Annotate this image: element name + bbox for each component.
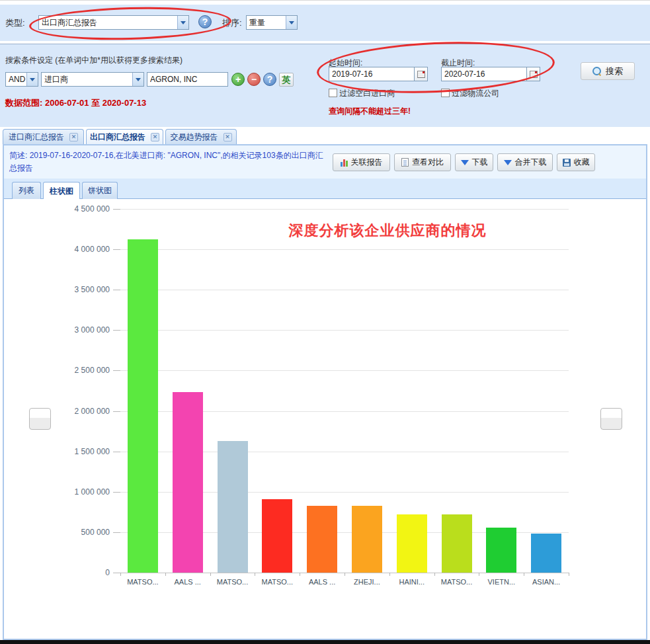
search-field-value: 进口商	[42, 74, 132, 85]
x-axis-label: MATSO...	[210, 578, 255, 586]
y-axis-tick-label: 1 000 000	[24, 487, 110, 497]
end-date-field	[441, 67, 540, 81]
subtab-list-view[interactable]: 列表	[12, 182, 41, 199]
close-icon[interactable]: ✕	[69, 133, 78, 141]
x-axis-label: ZHEJI...	[345, 578, 389, 586]
bar-3[interactable]	[218, 441, 248, 573]
x-axis-label: VIETN...	[479, 578, 524, 586]
start-date-field	[329, 67, 428, 81]
calendar-icon[interactable]	[415, 67, 428, 81]
download-button[interactable]: 下载	[455, 153, 493, 171]
remove-condition-icon[interactable]: −	[247, 73, 261, 86]
report-summary: 简述: 2019-07-16-2020-07-16,在北美进口商: "AGRON…	[9, 149, 328, 175]
y-axis-tick-label: 4 000 000	[24, 245, 110, 254]
gridline	[120, 249, 569, 250]
bar-4[interactable]	[262, 499, 292, 573]
subtab-label: 饼状图	[88, 185, 112, 196]
bar-9[interactable]	[486, 528, 516, 573]
gridline	[120, 370, 569, 371]
help-icon[interactable]: ?	[263, 73, 276, 86]
sort-select-value: 重量	[247, 17, 286, 28]
tab-exporter-summary-report[interactable]: 出口商汇总报告 ✕	[86, 129, 163, 145]
related-reports-label: 关联报告	[351, 157, 383, 168]
gridline	[120, 209, 569, 210]
chart-plot-area: MATSO...AALS ...MATSO...MATSO...AALS ...…	[120, 209, 569, 573]
type-toolbar: 类型: 出口商汇总报告 ? 排序: 重量	[0, 5, 650, 41]
calendar-icon[interactable]	[527, 67, 540, 81]
x-axis-tick	[210, 573, 211, 576]
end-date-input[interactable]	[441, 67, 527, 81]
related-reports-button[interactable]: 关联报告	[333, 153, 390, 171]
sort-label: 排序:	[222, 17, 242, 29]
scroll-left-button[interactable]	[29, 408, 51, 430]
merge-download-button[interactable]: 合并下载	[497, 153, 553, 171]
tab-label: 交易趋势报告	[171, 132, 218, 143]
document-icon	[401, 158, 409, 167]
search-button-label: 搜索	[606, 65, 623, 77]
bar-1[interactable]	[128, 239, 158, 573]
close-icon[interactable]: ✕	[151, 133, 159, 141]
tab-trade-trend-report[interactable]: 交易趋势报告 ✕	[165, 129, 237, 144]
boolean-operator-select[interactable]: AND	[5, 72, 38, 87]
bar-7[interactable]	[397, 514, 427, 573]
search-settings-title: 搜索条件设定 (在单词中加*用以获得更多搜索结果)	[5, 55, 183, 66]
english-toggle-button[interactable]: 英	[279, 73, 294, 87]
bar-2[interactable]	[173, 392, 203, 573]
filter-blank-importer-label: 过滤空白进口商	[339, 89, 395, 98]
boolean-operator-value: AND	[6, 75, 26, 84]
add-condition-icon[interactable]: +	[231, 73, 245, 86]
bar-chart-icon	[341, 159, 348, 167]
x-axis-label: MATSO...	[434, 578, 479, 586]
start-date-input[interactable]	[329, 67, 415, 81]
x-axis-label: MATSO...	[120, 578, 165, 586]
x-axis-label: AALS ...	[165, 578, 210, 586]
x-axis-label: AALS ...	[300, 578, 345, 586]
bar-10[interactable]	[531, 534, 561, 573]
x-axis-tick	[479, 573, 479, 576]
scroll-right-button[interactable]	[600, 408, 622, 430]
bar-8[interactable]	[442, 514, 472, 573]
bottom-edge	[0, 640, 650, 644]
bar-5[interactable]	[307, 506, 337, 573]
view-comparison-button[interactable]: 查看对比	[394, 153, 451, 171]
x-axis-tick	[300, 573, 300, 576]
filter-blank-importer-option: 过滤空白进口商	[329, 88, 395, 99]
date-range-warning: 查询间隔不能超过三年!	[329, 106, 411, 117]
x-axis-label: HAINI...	[389, 578, 434, 586]
search-field-select[interactable]: 进口商	[41, 72, 144, 87]
x-axis-tick	[569, 573, 569, 576]
chevron-down-icon[interactable]	[177, 16, 188, 29]
keyword-input[interactable]	[147, 72, 228, 87]
gridline	[120, 290, 569, 290]
type-select[interactable]: 出口商汇总报告	[38, 15, 189, 30]
subtab-bar-chart-view[interactable]: 柱状图	[43, 182, 80, 200]
bar-6[interactable]	[352, 506, 382, 573]
save-disk-icon	[563, 159, 571, 167]
help-icon[interactable]: ?	[198, 15, 212, 28]
favorite-label: 收藏	[574, 157, 590, 168]
y-axis-tick-label: 4 500 000	[24, 204, 110, 214]
download-arrow-icon	[461, 160, 469, 165]
x-axis-tick	[120, 573, 121, 576]
x-axis-tick	[255, 573, 255, 576]
subtab-pie-chart-view[interactable]: 饼状图	[82, 182, 118, 199]
filter-blank-importer-checkbox[interactable]	[329, 89, 337, 97]
data-range-text: 数据范围: 2006-07-01 至 2020-07-13	[5, 97, 146, 109]
sort-select[interactable]: 重量	[246, 15, 298, 30]
gridline	[120, 330, 569, 331]
favorite-button[interactable]: 收藏	[557, 153, 595, 171]
trade-report-app: 类型: 出口商汇总报告 ? 排序: 重量 搜索条件设定 (在单词中加*用以获得更…	[0, 0, 650, 644]
filter-logistics-checkbox[interactable]	[441, 89, 450, 97]
bar-chart: 深度分析该企业供应商的情况 0500 0001 000 0001 500 000…	[4, 199, 646, 639]
close-icon[interactable]: ✕	[223, 133, 232, 141]
chevron-down-icon[interactable]	[286, 16, 297, 29]
summary-toolbar: 简述: 2019-07-16-2020-07-16,在北美进口商: "AGRON…	[4, 145, 646, 179]
search-button[interactable]: 搜索	[581, 62, 635, 80]
type-label: 类型:	[5, 17, 25, 29]
x-axis-tick	[524, 573, 524, 576]
chevron-down-icon[interactable]	[26, 73, 38, 86]
tab-importer-summary-report[interactable]: 进口商汇总报告 ✕	[3, 129, 84, 144]
y-axis-tick-label: 2 500 000	[24, 366, 110, 375]
chevron-down-icon[interactable]	[132, 73, 143, 86]
download-label: 下载	[472, 157, 488, 168]
